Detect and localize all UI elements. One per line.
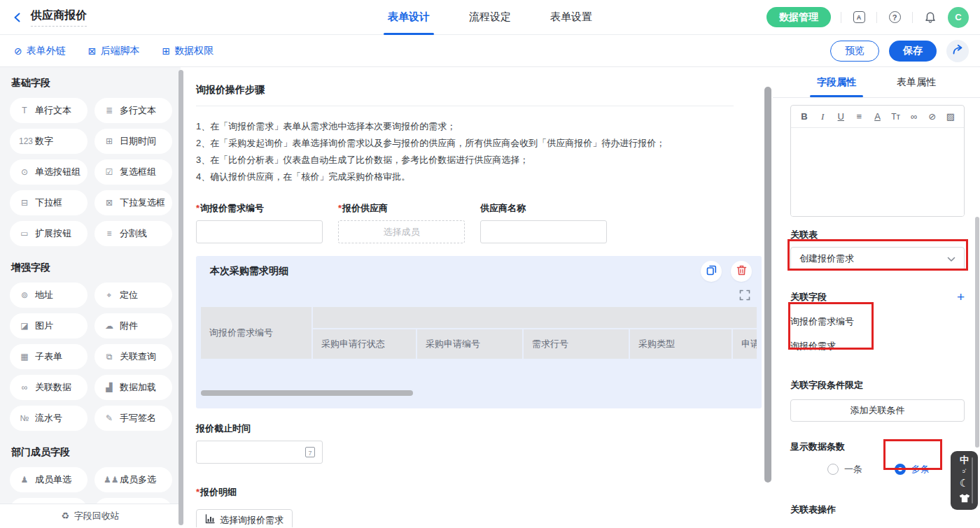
field-input-报价供应商[interactable]: 选择成员	[338, 220, 465, 243]
subform-group-column[interactable]: 询报价需求编号	[201, 307, 312, 359]
toolbar-link-数据权限[interactable]: ⊞数据权限	[162, 45, 214, 57]
subform-column-采购申请行状态[interactable]: 采购申请行状态	[313, 329, 416, 359]
script-icon: ⊠	[88, 45, 97, 57]
contact-icon[interactable]: A	[851, 10, 867, 25]
bell-icon[interactable]	[923, 10, 938, 25]
relation-field-item-询报价需求[interactable]: 询报价需求	[790, 340, 965, 352]
subform-field-selected[interactable]: 本次采购需求明细	[196, 256, 762, 408]
field-pill-定位[interactable]: ⌖定位	[94, 283, 172, 308]
field-pill-下拉框[interactable]: ⊟下拉框	[10, 190, 88, 215]
field-pill-复选框组[interactable]: ☑复选框组	[94, 159, 172, 185]
serial-number-icon: №	[19, 413, 30, 423]
panel-tab-表单属性[interactable]: 表单属性	[897, 67, 936, 97]
field-pill-流水号[interactable]: №流水号	[10, 406, 88, 431]
deadline-input[interactable]: 7	[196, 441, 323, 464]
add-relation-field-icon[interactable]: +	[957, 290, 965, 304]
single-line-text-icon: T	[19, 106, 30, 115]
form-title[interactable]: 供应商报价	[31, 8, 87, 27]
link-icon[interactable]: ∞	[906, 108, 922, 125]
toolbar-link-后端脚本[interactable]: ⊠后端脚本	[88, 45, 140, 57]
insert-image-icon[interactable]: ▨	[943, 108, 958, 125]
field-pill-成员单选[interactable]: ♟成员单选	[10, 467, 88, 492]
field-pill-地址[interactable]: ⊚地址	[10, 283, 88, 308]
subform-column-申请时间[interactable]: 申请时间	[733, 329, 757, 359]
preview-button[interactable]: 预览	[830, 41, 879, 62]
canvas-scrollbar[interactable]	[764, 87, 771, 483]
panel-tab-字段属性[interactable]: 字段属性	[817, 67, 856, 97]
field-input-供应商名称[interactable]	[480, 220, 607, 243]
copy-field-button[interactable]	[701, 261, 722, 282]
language-toggle-icon[interactable]: 中	[960, 456, 969, 464]
subform-column-采购类型[interactable]: 采购类型	[630, 329, 732, 359]
data-manage-button[interactable]: 数据管理	[766, 7, 831, 27]
bold-icon[interactable]: B	[797, 108, 812, 125]
tab-表单设置[interactable]: 表单设置	[550, 0, 592, 35]
field-pill-数字[interactable]: 123数字	[10, 129, 88, 154]
share-button[interactable]	[946, 40, 969, 62]
underline-icon[interactable]: U	[833, 108, 848, 125]
tab-流程设定[interactable]: 流程设定	[469, 0, 511, 35]
field-询报价需求编号[interactable]: *询报价需求编号	[196, 202, 323, 243]
field-pill-数据加载[interactable]: ▟数据加载	[94, 375, 172, 400]
sidebar-scrollbar[interactable]	[178, 70, 183, 525]
back-icon[interactable]	[11, 11, 24, 24]
field-pill-多行文本[interactable]: ≣多行文本	[94, 98, 172, 123]
field-recycle-bin[interactable]: ♻ 字段回收站	[0, 504, 181, 527]
add-condition-button[interactable]: 添加关联条件	[790, 399, 965, 422]
bar-chart-icon	[205, 514, 215, 526]
dark-mode-moon-icon[interactable]: ☾	[960, 478, 969, 488]
field-pill-成员多选[interactable]: ♟♟成员多选	[94, 467, 172, 492]
radio-option-一条[interactable]: 一条	[827, 463, 862, 476]
select-demand-button[interactable]: 选择询报价需求	[196, 509, 293, 527]
deadline-field[interactable]: 报价截止时间 7	[196, 422, 763, 464]
field-pill-扩展按钮[interactable]: ▭扩展按钮	[10, 221, 88, 246]
panel-scrollbar[interactable]	[975, 217, 979, 448]
align-icon[interactable]: ≡	[851, 108, 867, 125]
subform-column-采购申请编号[interactable]: 采购申请编号	[417, 329, 522, 359]
toolbar-actions: 预览 保存	[830, 40, 969, 62]
field-pill-子表单[interactable]: ▦子表单	[10, 344, 88, 369]
field-pill-label: 扩展按钮	[35, 227, 71, 240]
field-pill-日期时间[interactable]: ⊞日期时间	[94, 129, 172, 154]
field-pill-label: 附件	[120, 320, 138, 332]
field-input-询报价需求编号[interactable]	[196, 220, 323, 243]
unlink-icon[interactable]: ⊘	[925, 108, 940, 125]
subform-horizontal-scrollbar[interactable]	[201, 390, 413, 396]
font-size-icon[interactable]: Tᴛ	[888, 108, 904, 125]
field-pill-单行文本[interactable]: T单行文本	[10, 98, 88, 123]
delete-field-button[interactable]	[731, 261, 752, 282]
divider-line	[196, 106, 734, 106]
browser-extension-widget[interactable]: 中 ɔʹ ☾	[951, 451, 978, 510]
relation-query-icon: ⧉	[104, 352, 115, 362]
field-pill-手写签名[interactable]: ✎手写签名	[94, 406, 172, 431]
tab-表单设计[interactable]: 表单设计	[388, 0, 430, 35]
theme-shirt-icon[interactable]	[959, 494, 970, 505]
help-icon[interactable]: ?	[887, 10, 902, 25]
subform-column-需求行号[interactable]: 需求行号	[524, 329, 629, 359]
field-报价供应商[interactable]: *报价供应商选择成员	[338, 202, 465, 243]
field-pill-下拉复选框[interactable]: ⊠下拉复选框	[94, 190, 172, 215]
radio-group-icon: ⊙	[19, 167, 30, 177]
steps-title: 询报价操作步骤	[196, 84, 763, 97]
field-供应商名称[interactable]: 供应商名称	[480, 202, 607, 243]
field-pill-关联查询[interactable]: ⧉关联查询	[94, 344, 172, 369]
field-pill-分割线[interactable]: ≡分割线	[94, 221, 172, 246]
quote-detail-field[interactable]: *报价明细 选择询报价需求 询报价需求编号采购申请编号需求行号产品编号产品名称	[196, 486, 763, 527]
field-label-text: 报价供应商	[342, 203, 388, 213]
relation-field-item-询报价需求编号[interactable]: 询报价需求编号	[790, 315, 965, 328]
field-pill-关联数据[interactable]: ∞关联数据	[10, 375, 88, 400]
editor-content[interactable]	[791, 128, 964, 216]
font-color-icon[interactable]: A	[869, 108, 885, 125]
avatar[interactable]: C	[948, 7, 969, 28]
save-button[interactable]: 保存	[889, 41, 937, 62]
italic-icon[interactable]: I	[815, 108, 830, 125]
field-pill-单选按钮组[interactable]: ⊙单选按钮组	[10, 159, 88, 185]
radio-option-多条[interactable]: 多条	[895, 463, 930, 476]
field-pill-label: 日期时间	[120, 135, 156, 148]
field-pill-图片[interactable]: ◪图片	[10, 313, 88, 338]
expand-icon[interactable]	[739, 290, 750, 301]
field-pill-label: 单选按钮组	[35, 166, 80, 178]
relation-table-select[interactable]: 创建报价需求	[790, 247, 965, 271]
toolbar-link-表单外链[interactable]: ⊘表单外链	[14, 45, 66, 57]
field-pill-附件[interactable]: ☁附件	[94, 313, 172, 338]
